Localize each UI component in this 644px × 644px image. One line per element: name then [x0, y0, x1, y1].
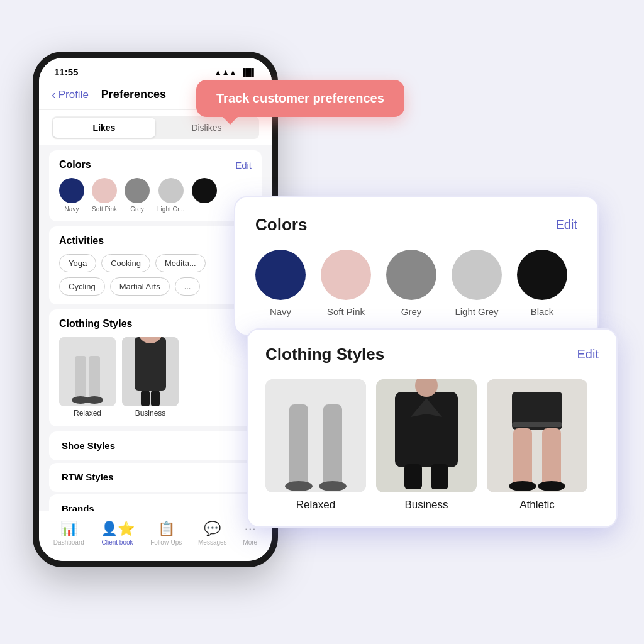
color-circle-black [192, 178, 217, 203]
color-label-lg-black: Black [531, 306, 554, 317]
clothing-row-lg: Relaxed [265, 379, 599, 511]
color-label-softpink: Soft Pink [92, 206, 117, 213]
color-grey-phone: Grey [125, 178, 150, 213]
tooltip-bubble: Track customer preferences [196, 80, 404, 117]
tags-row: Yoga Cooking Medita... [59, 254, 252, 272]
clientbook-icon: 👤⭐ [101, 521, 135, 537]
color-circle-lg-lightgrey [452, 250, 502, 300]
clothing-card-header: Clothing Styles Edit [265, 345, 599, 364]
clothing-label-business-phone: Business [135, 409, 166, 418]
color-circle-lg-softpink [321, 250, 371, 300]
svg-rect-11 [289, 404, 308, 486]
clothing-label-lg-athletic: Athletic [519, 499, 555, 511]
tags-row-2: Cycling Martial Arts ... [59, 277, 252, 296]
color-navy-phone: Navy [59, 178, 84, 213]
color-label-lightgrey: Light Gr... [157, 206, 184, 213]
clothing-relaxed-phone: Relaxed [59, 337, 116, 418]
svg-rect-2 [89, 356, 100, 400]
color-label-navy: Navy [65, 206, 79, 213]
tab-label-dashboard: Dashboard [53, 539, 84, 546]
shoe-styles-section: Shoe Styles [49, 431, 262, 460]
clothing-label-relaxed-phone: Relaxed [74, 409, 101, 418]
tag-more[interactable]: ... [175, 277, 201, 296]
clothing-img-business [122, 337, 179, 406]
back-label: Profile [58, 89, 89, 101]
tag-medita[interactable]: Medita... [155, 254, 206, 272]
activities-title-phone: Activities [59, 235, 104, 247]
color-label-lg-grey: Grey [401, 306, 422, 317]
tab-label-followups: Follow-Ups [150, 539, 182, 546]
color-label-lg-softpink: Soft Pink [327, 306, 365, 317]
colors-section-phone: Colors Edit Navy Soft Pink [49, 150, 262, 221]
color-circle-lg-grey [386, 250, 436, 300]
svg-point-4 [86, 396, 103, 404]
activities-section-phone: Activities Yoga Cooking Medita... Cyclin… [49, 226, 262, 304]
scene: 11:55 ▲▲▲ ▐█▌ ‹ Profile Preferences Like… [20, 20, 624, 624]
svg-point-26 [509, 481, 536, 491]
color-circle-softpink [92, 178, 117, 203]
colors-title-phone: Colors [59, 159, 91, 170]
svg-rect-10 [265, 379, 366, 492]
color-lg-grey: Grey [386, 250, 436, 317]
svg-point-27 [538, 481, 565, 491]
shoe-styles-title: Shoe Styles [62, 440, 115, 451]
wifi-icon: ▲▲▲ [214, 68, 237, 77]
clothing-business-phone: Business [122, 337, 179, 418]
tab-followups[interactable]: 📋 Follow-Ups [150, 521, 182, 546]
tab-bar: 📊 Dashboard 👤⭐ Client book 📋 Follow-Ups … [39, 511, 272, 561]
messages-icon: 💬 [204, 521, 221, 537]
back-button[interactable]: ‹ Profile [52, 87, 89, 102]
clothing-section-phone: Clothing Styles Edit [49, 309, 262, 426]
rtw-styles-section: RTW Styles [49, 463, 262, 492]
tab-messages[interactable]: 💬 Messages [198, 521, 227, 546]
color-label-grey: Grey [130, 206, 144, 213]
color-circle-lg-navy [255, 250, 306, 300]
clothing-img-lg-relaxed [265, 379, 366, 492]
color-lg-navy: Navy [255, 250, 306, 317]
color-black-phone [192, 178, 217, 206]
tag-cooking[interactable]: Cooking [101, 254, 150, 272]
svg-rect-19 [404, 464, 422, 489]
tag-martialarts[interactable]: Martial Arts [110, 277, 170, 296]
tab-label-messages: Messages [198, 539, 227, 546]
status-bar: 11:55 ▲▲▲ ▐█▌ [39, 58, 272, 81]
svg-point-13 [285, 481, 313, 491]
likes-tab[interactable]: Likes [53, 118, 155, 138]
color-lightgrey-phone: Light Gr... [157, 178, 184, 213]
rtw-styles-title: RTW Styles [62, 472, 114, 482]
color-label-lg-lightgrey: Light Grey [455, 306, 498, 317]
svg-rect-7 [141, 391, 150, 406]
clothing-label-lg-business: Business [405, 499, 448, 511]
status-time: 11:55 [54, 67, 78, 77]
clothing-card-title: Clothing Styles [265, 345, 384, 364]
color-circle-lightgrey [158, 178, 184, 203]
clothing-row-phone: Relaxed [59, 337, 252, 418]
tag-yoga[interactable]: Yoga [59, 254, 96, 272]
tab-label-clientbook: Client book [102, 539, 133, 546]
back-chevron-icon: ‹ [52, 87, 56, 102]
colors-edit-phone[interactable]: Edit [235, 160, 252, 170]
svg-rect-25 [542, 428, 561, 488]
svg-rect-1 [75, 356, 86, 400]
tag-cycling[interactable]: Cycling [59, 277, 105, 296]
svg-rect-28 [512, 422, 562, 427]
color-circle-grey [125, 178, 150, 203]
colors-card: Colors Edit Navy Soft Pink Grey Light Gr… [234, 196, 599, 336]
tab-dashboard[interactable]: 📊 Dashboard [53, 521, 84, 546]
clothing-card: Clothing Styles Edit Relaxed [247, 328, 618, 528]
svg-rect-20 [431, 464, 448, 489]
tab-label-more: More [243, 539, 257, 546]
clothing-card-edit[interactable]: Edit [577, 347, 599, 362]
clothing-title-phone: Clothing Styles [59, 318, 132, 330]
clothing-lg-athletic: Athletic [487, 379, 587, 511]
svg-point-14 [319, 481, 347, 491]
color-softpink-phone: Soft Pink [92, 178, 117, 213]
svg-rect-24 [513, 428, 532, 488]
color-lg-lightgrey: Light Grey [452, 250, 502, 317]
dislikes-tab[interactable]: Dislikes [155, 118, 258, 138]
clothing-label-lg-relaxed: Relaxed [296, 499, 335, 511]
tab-clientbook[interactable]: 👤⭐ Client book [101, 521, 135, 546]
color-lg-softpink: Soft Pink [321, 250, 371, 317]
colors-card-edit[interactable]: Edit [556, 218, 577, 232]
status-icons: ▲▲▲ ▐█▌ [214, 68, 257, 77]
